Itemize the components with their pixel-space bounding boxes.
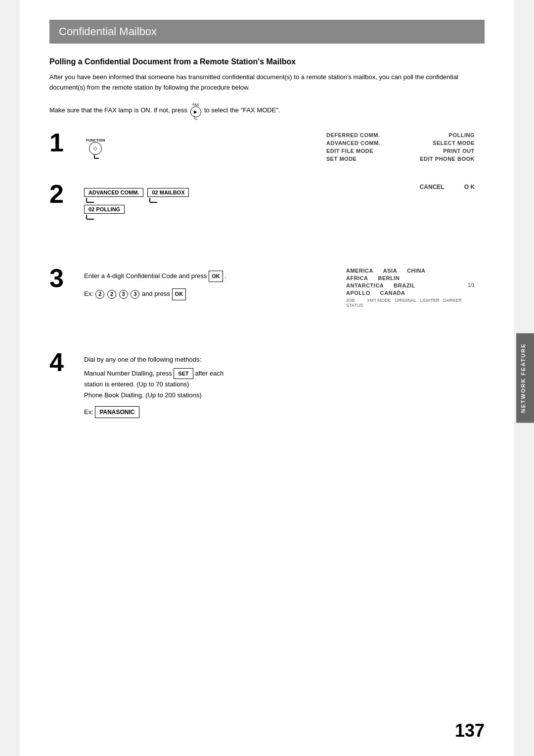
- advanced-comm-cursor: [86, 198, 94, 203]
- step-2-number: 2: [49, 181, 84, 207]
- page-title: Confidential Mailbox: [49, 20, 485, 44]
- pb-status: JOBSTATUS XMT MODE ORIGINAL LIGHTER DARK…: [346, 298, 475, 308]
- pb-status-xmt: XMT MODE: [367, 298, 391, 308]
- panasonic-label: PANASONIC: [95, 406, 139, 418]
- menu-row-4: SET MODE EDIT PHONE BOOK: [326, 156, 475, 162]
- pb-apollo: APOLLO: [346, 290, 370, 296]
- step4-heading: Dial by any one of the following methods…: [84, 354, 485, 365]
- phonebook-panel: AMERICA ASIA CHINA AFRICA BERLIN ANTARCT…: [346, 268, 475, 308]
- pb-canada: CANADA: [380, 290, 405, 296]
- pb-status-job: JOBSTATUS: [346, 298, 363, 308]
- step3-ex-ok[interactable]: OK: [172, 288, 186, 300]
- step-2: 2 ADVANCED COMM. 02 MAILBOX 02 POLLING: [49, 184, 485, 243]
- circle-3a: 3: [119, 290, 128, 299]
- page-number: 137: [455, 720, 485, 741]
- menu-row-1: DEFERRED COMM. POLLING: [326, 132, 475, 138]
- pb-asia: ASIA: [383, 268, 397, 274]
- step3-ex: Ex:: [84, 290, 95, 297]
- menu-select-mode: SELECT MODE: [433, 140, 475, 146]
- fax-mode-line: Make sure that the FAX lamp is ON. If no…: [49, 103, 485, 117]
- pb-america: AMERICA: [346, 268, 373, 274]
- step-1-menu: DEFERRED COMM. POLLING ADVANCED COMM. SE…: [326, 132, 475, 164]
- fax-mode-text2: to select the "FAX MODE".: [204, 106, 280, 114]
- function-cursor: [94, 155, 99, 159]
- circle-2b: 2: [107, 290, 116, 299]
- function-label: FUNCTION: [86, 139, 105, 142]
- cancel-ok-panel: CANCEL O K: [420, 184, 475, 190]
- pb-row-2: AFRICA BERLIN: [346, 275, 475, 281]
- set-button[interactable]: SET: [174, 368, 193, 379]
- menu-row-3: EDIT FILE MODE PRINT OUT: [326, 148, 475, 154]
- step3-ok-button[interactable]: OK: [209, 271, 223, 283]
- menu-deferred-comm: DEFERRED COMM.: [326, 132, 380, 138]
- pb-row-4: APOLLO CANADA: [346, 290, 475, 296]
- menu-print-out: PRINT OUT: [443, 148, 475, 154]
- advanced-comm-btn[interactable]: ADVANCED COMM.: [84, 188, 143, 203]
- mailbox-btn[interactable]: 02 MAILBOX: [147, 188, 189, 203]
- menu-advanced-comm: ADVANCED COMM.: [326, 140, 380, 146]
- function-button: FUNCTION ◇: [86, 139, 105, 159]
- fax-button-shape: ▶: [190, 106, 201, 117]
- step4-example: Ex: PANASONIC: [84, 406, 485, 418]
- step2-buttons: ADVANCED COMM. 02 MAILBOX 02 POLLING: [84, 188, 485, 220]
- pb-status-lighter: LIGHTER: [420, 298, 440, 308]
- step-1-number: 1: [49, 130, 84, 155]
- pb-africa: AFRICA: [346, 275, 368, 281]
- step-3: 3 Enter a 4-digit Confidential Code and …: [49, 268, 485, 332]
- pb-china: CHINA: [407, 268, 425, 274]
- section-heading: Polling a Confidential Document from a R…: [49, 57, 485, 66]
- step-4-number: 4: [49, 349, 84, 375]
- pb-berlin: BERLIN: [378, 275, 400, 281]
- pb-status-darker: DARKER: [444, 298, 462, 308]
- step4-ex-label: Ex:: [84, 408, 95, 416]
- pb-antarctica: ANTARCTICA: [346, 283, 384, 288]
- function-shape: ◇: [89, 142, 102, 155]
- step3-period: .: [224, 272, 226, 280]
- fax-mode-text: Make sure that the FAX lamp is ON. If no…: [49, 106, 187, 114]
- polling-cursor: [86, 215, 94, 220]
- pb-row-3: ANTARCTICA BRAZIL 1/1: [346, 283, 475, 288]
- cancel-label: CANCEL: [420, 184, 445, 190]
- mailbox-cursor: [149, 198, 157, 203]
- pb-status-original: ORIGINAL: [395, 298, 416, 308]
- step-4: 4 Dial by any one of the following metho…: [49, 352, 485, 418]
- polling-btn[interactable]: 02 POLLING: [84, 205, 125, 220]
- pb-row-1: AMERICA ASIA CHINA: [346, 268, 475, 274]
- circle-2a: 2: [95, 290, 104, 299]
- ok-label: O K: [464, 184, 475, 190]
- pb-brazil: BRAZIL: [394, 283, 415, 288]
- fax-label: FAX: [192, 103, 199, 106]
- menu-row-2: ADVANCED COMM. SELECT MODE: [326, 140, 475, 146]
- advanced-comm-label: ADVANCED COMM.: [84, 188, 143, 197]
- step-4-content: Dial by any one of the following methods…: [84, 352, 485, 418]
- step3-text: Enter a 4-digit Confidential Code and pr…: [84, 272, 207, 280]
- polling-label: 02 POLLING: [84, 205, 125, 214]
- fax-button-icon: FAX ▶: [190, 103, 201, 117]
- menu-edit-phone-book: EDIT PHONE BOOK: [420, 156, 475, 162]
- mailbox-label: 02 MAILBOX: [147, 188, 189, 197]
- pb-page: 1/1: [468, 283, 475, 288]
- menu-edit-file-mode: EDIT FILE MODE: [326, 148, 373, 154]
- circle-3b: 3: [131, 290, 139, 299]
- step-1: 1 FUNCTION ◇ DEFERRED COMM. POLLING ADVA…: [49, 132, 485, 159]
- step2-row-2: 02 POLLING: [84, 205, 485, 220]
- step4-method2: Phone Book Dialling. (Up to 200 stations…: [84, 390, 485, 401]
- menu-polling: POLLING: [449, 132, 475, 138]
- step4-method1: Manual Number Dialling, press SET after …: [84, 368, 485, 390]
- step-3-number: 3: [49, 265, 84, 291]
- step3-and-press: and press: [142, 290, 172, 297]
- side-tab: NETWORK FEATURE: [516, 333, 534, 423]
- menu-set-mode: SET MODE: [326, 156, 356, 162]
- intro-text: After you have been informed that someon…: [49, 72, 485, 93]
